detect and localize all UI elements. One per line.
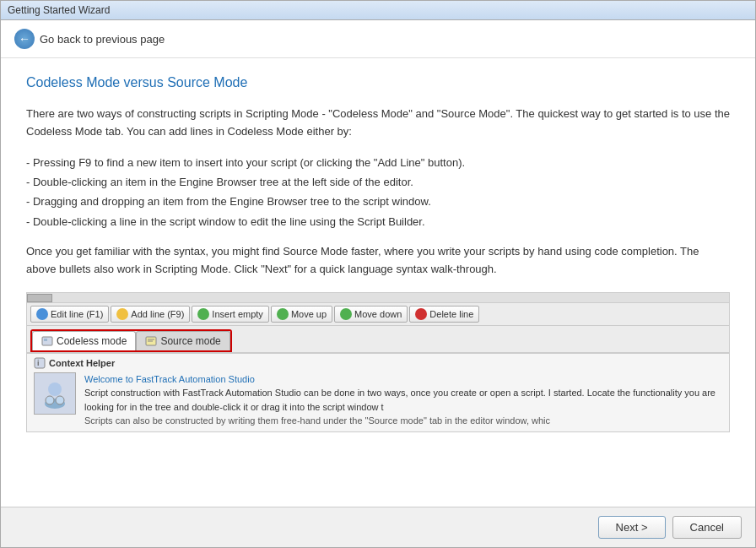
- codeless-icon: [41, 335, 53, 347]
- title-bar: Getting Started Wizard: [1, 1, 755, 20]
- bullet-2: - Double-clicking an item in the Engine …: [26, 172, 730, 192]
- context-text1: Script construction with FastTrack Autom…: [84, 386, 722, 414]
- paragraph1: There are two ways of constructing scrip…: [26, 106, 730, 141]
- context-helper: i Context Helper Welcome to Fa: [27, 353, 729, 431]
- next-button[interactable]: Next >: [598, 516, 666, 539]
- insert-empty-label: Insert empty: [212, 309, 263, 319]
- svg-rect-5: [35, 358, 45, 368]
- scrollbar[interactable]: [27, 293, 729, 303]
- page-title: Codeless Mode versus Source Mode: [26, 75, 730, 90]
- svg-point-7: [48, 383, 62, 396]
- codeless-mode-tab[interactable]: Codeless mode: [32, 331, 136, 350]
- move-down-button[interactable]: Move down: [334, 306, 408, 323]
- source-mode-tab[interactable]: Source mode: [136, 331, 230, 350]
- edit-line-button[interactable]: Edit line (F1): [30, 306, 109, 323]
- insert-empty-button[interactable]: Insert empty: [192, 306, 269, 323]
- svg-point-10: [56, 396, 64, 404]
- helper-image-icon: [38, 377, 72, 410]
- move-up-label: Move up: [291, 309, 327, 319]
- delete-line-label: Delete line: [429, 309, 473, 319]
- bullet-3: - Dragging and dropping an item from the…: [26, 192, 730, 211]
- movedown-icon: [340, 308, 352, 320]
- content-area: Codeless Mode versus Source Mode There a…: [1, 58, 755, 507]
- source-icon: [145, 335, 157, 347]
- delete-icon: [415, 308, 427, 320]
- delete-line-button[interactable]: Delete line: [409, 306, 479, 323]
- bullet-4: - Double-clicking a line in the script w…: [26, 212, 730, 231]
- back-icon: ←: [14, 29, 35, 49]
- svg-rect-1: [44, 339, 47, 341]
- svg-point-9: [46, 396, 54, 404]
- back-bar: ← Go back to previous page: [1, 20, 755, 58]
- context-link[interactable]: Welcome to FastTrack Automation Studio: [84, 374, 255, 384]
- context-helper-title: i Context Helper: [34, 357, 722, 369]
- insert-icon: [197, 308, 209, 320]
- window-title: Getting Started Wizard: [8, 4, 110, 16]
- context-text-area: Welcome to FastTrack Automation Studio S…: [84, 372, 722, 428]
- edit-icon: [36, 308, 48, 320]
- bullet-1: - Pressing F9 to find a new item to inse…: [26, 153, 730, 172]
- context-image: [34, 372, 76, 415]
- cancel-button[interactable]: Cancel: [672, 516, 742, 539]
- scrollbar-thumb[interactable]: [27, 294, 52, 302]
- context-text2: Scripts can also be constructed by writi…: [84, 414, 722, 428]
- toolbar-row: Edit line (F1) Add line (F9) Insert empt…: [27, 303, 729, 326]
- add-line-label: Add line (F9): [131, 309, 184, 319]
- tabs-outline: Codeless mode Source mode: [30, 329, 232, 352]
- footer: Next > Cancel: [1, 507, 755, 547]
- context-icon: i: [34, 357, 46, 369]
- add-line-button[interactable]: Add line (F9): [111, 306, 190, 323]
- context-body: Welcome to FastTrack Automation Studio S…: [34, 372, 722, 428]
- edit-line-label: Edit line (F1): [51, 309, 103, 319]
- move-up-button[interactable]: Move up: [271, 306, 332, 323]
- codeless-mode-label: Codeless mode: [57, 335, 127, 347]
- bullets-list: - Pressing F9 to find a new item to inse…: [26, 153, 730, 232]
- back-button[interactable]: ← Go back to previous page: [11, 27, 168, 51]
- screenshot-container: Edit line (F1) Add line (F9) Insert empt…: [26, 292, 730, 432]
- source-mode-label: Source mode: [160, 335, 220, 347]
- back-label: Go back to previous page: [40, 33, 165, 46]
- wizard-window: Getting Started Wizard ← Go back to prev…: [0, 0, 756, 548]
- svg-text:i: i: [37, 359, 40, 367]
- moveup-icon: [277, 308, 289, 320]
- tabs-area: Codeless mode Source mode: [27, 326, 729, 353]
- add-icon: [116, 308, 128, 320]
- paragraph2: Once you get familiar with the syntax, y…: [26, 243, 730, 279]
- move-down-label: Move down: [354, 309, 402, 319]
